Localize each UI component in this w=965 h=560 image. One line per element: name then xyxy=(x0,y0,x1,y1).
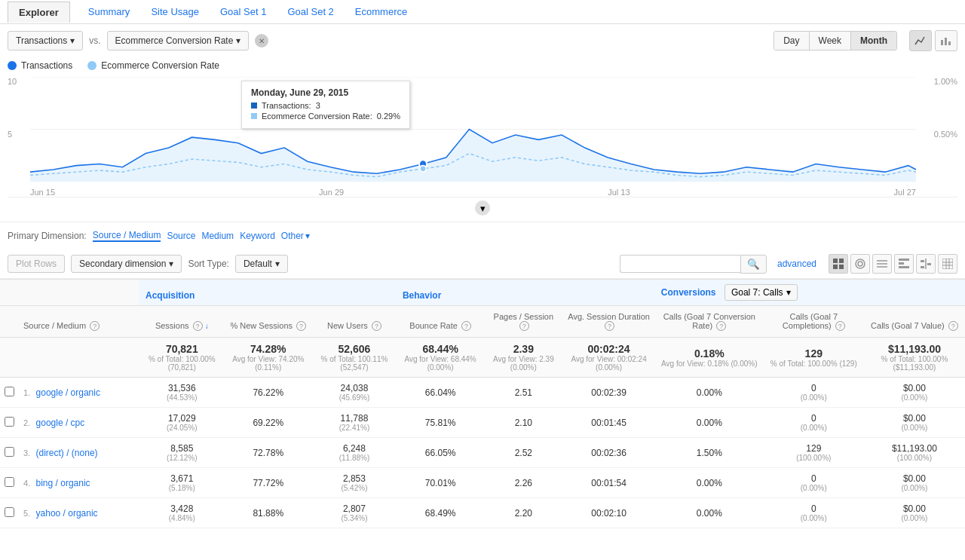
day-button[interactable]: Day xyxy=(774,32,809,50)
row-sessions-pct-2: (12.12%) xyxy=(144,454,220,462)
medium-dim-link[interactable]: Medium xyxy=(201,231,234,241)
row-checkbox-3[interactable] xyxy=(5,477,14,487)
y-axis-left: 10 5 xyxy=(8,77,26,182)
row-new-users-cell-0: 24,038 (45.69%) xyxy=(312,378,397,408)
conversion-rate-dot xyxy=(87,61,96,70)
source-dim-link[interactable]: Source xyxy=(167,231,195,241)
source-medium-link-1[interactable]: google / cpc xyxy=(36,418,85,428)
metric1-dropdown[interactable]: Transactions ▾ xyxy=(8,31,83,50)
view-buttons xyxy=(829,254,957,274)
pct-new-sessions-col-header: % New Sessions ? xyxy=(225,306,312,338)
goal-dropdown-button[interactable]: Goal 7: Calls ▾ xyxy=(725,284,798,301)
tab-summary[interactable]: Summary xyxy=(78,0,141,23)
grid-view-button[interactable] xyxy=(829,254,848,274)
row-num-3: 4. xyxy=(23,479,30,488)
calls-comp-col-label: Calls (Goal 7 Completions) xyxy=(783,312,838,330)
tooltip-conv-rate-icon xyxy=(251,113,257,119)
month-button[interactable]: Month xyxy=(851,32,896,50)
pages-session-col-header: Pages / Session ? xyxy=(484,306,562,338)
x-label-jun29: Jun 29 xyxy=(319,188,344,197)
tab-site-usage[interactable]: Site Usage xyxy=(140,0,210,23)
tab-goal-set-1[interactable]: Goal Set 1 xyxy=(210,0,277,23)
keyword-dim-link[interactable]: Keyword xyxy=(240,231,275,241)
sessions-help-icon[interactable]: ? xyxy=(193,321,203,331)
source-medium-link-4[interactable]: yahoo / organic xyxy=(36,508,98,519)
chart-expand-button[interactable]: ▾ xyxy=(475,200,490,216)
row-calls-val-cell-3: $0.00 (0.00%) xyxy=(864,468,965,498)
svg-rect-0 xyxy=(941,40,943,45)
sort-dropdown-button[interactable]: Default ▾ xyxy=(235,255,288,273)
week-button[interactable]: Week xyxy=(810,32,851,50)
remove-metric2-button[interactable]: ✕ xyxy=(255,34,268,47)
row-calls-comp-pct-4: (0.00%) xyxy=(768,514,859,522)
tooltip-conv-rate-label: Ecommerce Conversion Rate: xyxy=(262,112,372,121)
source-medium-help-icon[interactable]: ? xyxy=(90,321,100,331)
row-checkbox-4[interactable] xyxy=(5,507,14,517)
bar-chart-button[interactable] xyxy=(935,30,957,51)
search-input[interactable] xyxy=(620,255,740,273)
totals-sessions-cell: 70,821 % of Total: 100.00% (70,821) xyxy=(139,338,225,378)
tab-goal-set-2[interactable]: Goal Set 2 xyxy=(277,0,344,23)
list-view-icon xyxy=(877,259,887,269)
donut-view-button[interactable] xyxy=(850,254,870,274)
source-medium-link-0[interactable]: google / organic xyxy=(36,387,100,398)
row-new-users-pct-1: (22.41%) xyxy=(317,424,392,432)
row-pages-session-cell-2: 2.52 xyxy=(484,438,562,468)
row-checkbox-2[interactable] xyxy=(5,447,14,457)
row-checkbox-0[interactable] xyxy=(5,387,14,396)
row-checkbox-1[interactable] xyxy=(5,417,14,427)
primary-dimension-label: Primary Dimension: xyxy=(8,231,87,241)
search-button[interactable]: 🔍 xyxy=(740,255,767,274)
line-chart-button[interactable] xyxy=(909,30,932,51)
metric2-dropdown[interactable]: Ecommerce Conversion Rate ▾ xyxy=(107,31,250,50)
source-medium-col-label: Source / Medium xyxy=(23,321,86,330)
y-left-10: 10 xyxy=(8,77,26,86)
tooltip-row-transactions: Transactions: 3 xyxy=(251,101,400,110)
pct-new-sessions-label: % New Sessions xyxy=(230,321,293,330)
sort-arrow-icon: ▾ xyxy=(275,259,280,269)
row-calls-comp-pct-3: (0.00%) xyxy=(768,484,859,492)
row-pct-new-cell-1: 69.22% xyxy=(225,408,312,438)
row-num-2: 3. xyxy=(23,448,30,457)
row-calls-val-cell-2: $11,193.00 (100.00%) xyxy=(864,438,965,468)
new-users-help-icon[interactable]: ? xyxy=(372,321,381,331)
totals-calls-conv-cell: 0.18% Avg for View: 0.18% (0.00%) xyxy=(655,338,764,378)
row-sessions-cell-4: 3,428 (4.84%) xyxy=(139,498,225,528)
pages-session-help-icon[interactable]: ? xyxy=(519,321,529,331)
list-view-button[interactable] xyxy=(872,254,892,274)
source-medium-dim-link[interactable]: Source / Medium xyxy=(93,230,161,242)
totals-source-medium-cell xyxy=(19,338,139,378)
source-medium-link-2[interactable]: (direct) / (none) xyxy=(36,448,98,458)
calls-comp-help-icon[interactable]: ? xyxy=(835,321,845,331)
chart-svg xyxy=(30,77,916,182)
row-sessions-cell-1: 17,029 (24.05%) xyxy=(139,408,225,438)
other-dim-arrow-icon: ▾ xyxy=(305,231,310,241)
advanced-link[interactable]: advanced xyxy=(777,259,816,269)
row-bounce-rate-cell-4: 68.49% xyxy=(397,498,484,528)
secondary-dimension-button[interactable]: Secondary dimension ▾ xyxy=(71,255,182,273)
totals-pct-new-avg: Avg for View: 74.20% (0.11%) xyxy=(229,355,308,372)
window-title: Explorer xyxy=(8,2,70,23)
compare-view-button[interactable] xyxy=(916,254,936,274)
pivot-view-button[interactable] xyxy=(894,254,914,274)
x-axis-labels: Jun 15 Jun 29 Jul 13 Jul 27 xyxy=(30,188,916,197)
table-view-button[interactable] xyxy=(938,254,957,274)
calls-conv-help-icon[interactable]: ? xyxy=(716,321,726,331)
totals-pages-session-value: 2.39 xyxy=(513,343,534,355)
chart-area: 10 5 1.00% 0.50% xyxy=(8,77,957,197)
row-calls-val-pct-1: (0.00%) xyxy=(868,424,960,432)
row-avg-duration-cell-2: 00:02:36 xyxy=(562,438,655,468)
bounce-rate-help-icon[interactable]: ? xyxy=(461,321,471,331)
row-pages-session-cell-4: 2.20 xyxy=(484,498,562,528)
pct-new-sessions-help-icon[interactable]: ? xyxy=(296,321,306,331)
row-source-medium-cell: 5. yahoo / organic xyxy=(19,498,139,528)
avg-duration-help-icon[interactable]: ? xyxy=(605,321,614,331)
tab-ecommerce[interactable]: Ecommerce xyxy=(345,0,418,23)
plot-rows-button[interactable]: Plot Rows xyxy=(8,255,65,273)
source-medium-link-3[interactable]: bing / organic xyxy=(36,478,90,488)
other-dim-dropdown[interactable]: Other ▾ xyxy=(281,231,310,241)
calls-val-help-icon[interactable]: ? xyxy=(948,321,958,331)
row-new-users-cell-2: 6,248 (11.88%) xyxy=(312,438,397,468)
checkbox-col-header xyxy=(0,306,19,338)
row-pct-new-cell-4: 81.88% xyxy=(225,498,312,528)
